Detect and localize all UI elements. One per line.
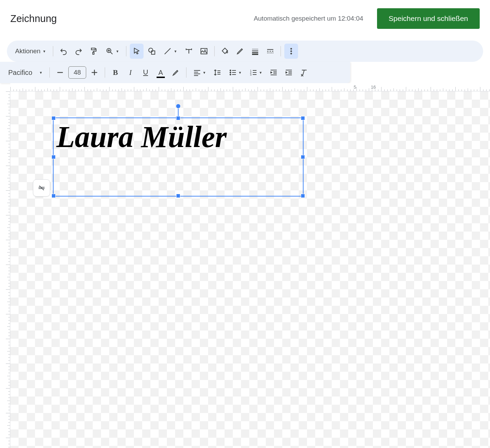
indent-decrease-icon [270, 68, 278, 77]
horizontal-ruler[interactable]: 5 16 // generate horizontal ticks inline [10, 83, 490, 91]
svg-text:3: 3 [250, 73, 252, 76]
svg-rect-2 [151, 51, 155, 54]
toolbar-separator [281, 46, 281, 56]
font-family-value: Pacifico [8, 69, 32, 77]
undo-button[interactable] [57, 44, 70, 59]
bold-button[interactable]: B [109, 65, 122, 80]
actions-menu-button[interactable]: Aktionen ▼ [12, 44, 49, 59]
no-wrap-icon [37, 184, 46, 192]
font-size-input[interactable] [68, 66, 86, 79]
numbered-list-button[interactable]: 123 ▼ [246, 65, 265, 80]
actions-label: Aktionen [15, 47, 41, 55]
svg-point-7 [290, 53, 292, 54]
italic-button[interactable]: I [124, 65, 137, 80]
line-dash-icon [266, 47, 274, 55]
drawing-canvas[interactable]: Laura Müller [10, 91, 490, 448]
chevron-down-icon: ▼ [43, 49, 46, 53]
bullet-list-icon [229, 68, 237, 77]
chevron-down-icon: ▼ [116, 49, 119, 53]
underline-icon [141, 68, 150, 77]
select-tool-button[interactable] [130, 44, 144, 59]
text-format-toolbar: Pacifico ▼ B I A ▼ ▼ 123 ▼ [0, 62, 350, 83]
canvas-area: 5 16 // generate horizontal ticks inline… [0, 83, 490, 448]
svg-point-5 [290, 48, 292, 49]
vertical-ruler[interactable] [0, 91, 10, 448]
shape-icon [148, 47, 156, 55]
line-icon [163, 47, 172, 55]
underline-button[interactable] [139, 65, 152, 80]
paint-roller-icon [90, 47, 98, 55]
numbered-list-icon: 123 [249, 68, 258, 77]
save-and-close-button[interactable]: Speichern und schließen [377, 8, 480, 29]
increase-font-size-button[interactable] [88, 65, 101, 80]
more-options-button[interactable] [284, 44, 298, 59]
textbox-tool-button[interactable] [182, 44, 196, 59]
resize-handle-br[interactable] [301, 194, 305, 198]
border-color-button[interactable] [233, 44, 247, 59]
toolbar-separator [53, 46, 53, 56]
paint-bucket-icon [221, 47, 229, 55]
textbox-content[interactable]: Laura Müller [56, 118, 303, 156]
chevron-down-icon: ▼ [174, 49, 177, 53]
redo-icon [75, 47, 83, 55]
format-options-chip[interactable] [33, 179, 50, 197]
chevron-down-icon: ▼ [39, 71, 43, 75]
paint-format-button[interactable] [87, 44, 101, 59]
image-tool-button[interactable] [197, 44, 211, 59]
autosave-status: Automatisch gespeichert um 12:04:04 [254, 15, 363, 22]
resize-handle-tl[interactable] [52, 116, 56, 120]
undo-icon [59, 47, 68, 55]
chevron-down-icon: ▼ [238, 71, 242, 75]
svg-point-9 [230, 72, 231, 73]
resize-handle-ml[interactable] [52, 155, 56, 159]
highlight-color-button[interactable] [169, 65, 183, 80]
text-color-a-icon: A [158, 69, 163, 77]
text-color-swatch [157, 77, 165, 78]
pencil-icon [236, 47, 244, 55]
font-family-dropdown[interactable]: Pacifico ▼ [5, 65, 46, 80]
line-tool-button[interactable]: ▼ [160, 44, 181, 59]
highlighter-icon [172, 68, 180, 77]
svg-point-1 [149, 48, 153, 52]
resize-handle-bl[interactable] [52, 194, 56, 198]
decrease-font-size-button[interactable] [53, 65, 67, 80]
ruler-number: 16 [371, 85, 376, 90]
line-spacing-button[interactable] [210, 65, 224, 80]
minus-icon [56, 68, 64, 77]
zoom-icon [105, 47, 114, 55]
toolbar-separator [105, 67, 105, 78]
plus-icon [90, 68, 99, 77]
zoom-button[interactable]: ▼ [102, 44, 123, 59]
textbox-selection[interactable]: Laura Müller [53, 117, 304, 197]
svg-point-4 [204, 50, 205, 51]
toolbar-separator [214, 46, 215, 56]
clear-formatting-button[interactable] [297, 65, 311, 80]
line-spacing-icon [213, 68, 221, 77]
chevron-down-icon: ▼ [203, 71, 206, 75]
dialog-title: Zeichnung [10, 13, 57, 24]
shape-tool-button[interactable] [145, 44, 159, 59]
svg-point-6 [290, 51, 292, 52]
bulleted-list-button[interactable]: ▼ [226, 65, 245, 80]
redo-button[interactable] [72, 44, 86, 59]
border-weight-button[interactable] [248, 44, 262, 59]
rotate-handle[interactable] [176, 104, 181, 109]
more-vertical-icon [287, 47, 295, 55]
line-weight-icon [251, 47, 259, 55]
text-color-button[interactable]: A [154, 65, 168, 80]
resize-handle-bm[interactable] [176, 194, 180, 198]
clear-format-icon [300, 68, 308, 77]
svg-point-8 [230, 70, 231, 71]
decrease-indent-button[interactable] [267, 65, 281, 80]
align-left-icon [193, 68, 201, 77]
svg-point-10 [230, 74, 231, 75]
toolbar-separator [49, 67, 50, 78]
align-button[interactable]: ▼ [190, 65, 209, 80]
increase-indent-button[interactable] [282, 65, 296, 80]
border-dash-button[interactable] [263, 44, 277, 59]
fill-color-button[interactable] [218, 44, 232, 59]
textbox-icon [185, 47, 193, 55]
toolbar-separator [186, 67, 186, 78]
chevron-down-icon: ▼ [259, 71, 262, 75]
indent-increase-icon [285, 68, 293, 77]
